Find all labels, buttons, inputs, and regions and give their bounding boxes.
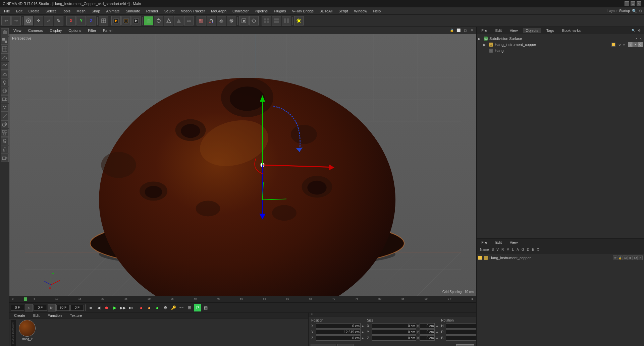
viewport-view-menu[interactable]: View <box>11 28 24 33</box>
size-h-arrow[interactable]: ▲ <box>435 324 438 328</box>
left-scene-tool[interactable] <box>1 87 9 95</box>
attr-color-swatch[interactable] <box>478 256 482 260</box>
size-p-arrow[interactable]: ▲ <box>435 330 438 334</box>
menu-vray[interactable]: V-Ray Bridge <box>289 8 317 14</box>
poly-mode-button[interactable] <box>174 16 183 25</box>
render-button[interactable] <box>111 16 121 25</box>
render-view-button[interactable] <box>131 16 141 25</box>
hang-material-thumb-wrapper[interactable]: Hang_ir <box>19 320 36 341</box>
magnet-button[interactable] <box>207 16 216 25</box>
left-deformer-tool[interactable] <box>1 70 9 78</box>
end-frame-input[interactable] <box>56 305 70 311</box>
menu-select[interactable]: Select <box>43 8 59 14</box>
left-mograph-tool[interactable] <box>1 129 9 137</box>
fps-input[interactable] <box>70 305 84 311</box>
size-p-input[interactable] <box>420 329 435 335</box>
object-mode-button[interactable] <box>144 16 153 25</box>
attr-btn-lock[interactable]: 🔒 <box>618 255 623 260</box>
pb-prev-marker[interactable]: ◁ <box>25 304 33 311</box>
close-button[interactable]: ✕ <box>637 1 641 6</box>
live-select-button[interactable] <box>24 16 33 25</box>
start-frame-input[interactable] <box>11 305 24 311</box>
tree-item-hang-instrument[interactable]: ▶ Lo Hang_instrument_copper ⊙ ✕ T ✕ <box>478 42 643 48</box>
viewport-close-icon[interactable]: ✕ <box>469 27 475 34</box>
scale-button[interactable]: ⤢ <box>44 16 53 25</box>
pos-z-arrow[interactable]: ▲ <box>361 336 364 340</box>
pb-record-button[interactable]: ⏺ <box>103 304 110 311</box>
viewport-filter-menu[interactable]: Filter <box>85 28 99 33</box>
size-z-input[interactable] <box>372 335 416 341</box>
pb-yellow-icon[interactable]: ● <box>146 304 153 311</box>
viewport-lock-icon[interactable]: 🔒 <box>449 27 455 34</box>
position-z-input[interactable] <box>316 335 361 341</box>
menu-mograph[interactable]: MoGraph <box>208 8 229 14</box>
panel-tab-file[interactable]: File <box>479 28 490 33</box>
position-x-input[interactable] <box>316 323 361 329</box>
menu-create[interactable]: Create <box>26 8 42 14</box>
layout-config-icon[interactable]: ⚙ <box>639 9 643 13</box>
attr-btn-tag[interactable]: 🏷 <box>633 255 638 260</box>
menu-script[interactable]: Script <box>336 8 351 14</box>
viewport-panel-menu[interactable]: Panel <box>100 28 115 33</box>
left-camera-tool[interactable] <box>1 95 9 103</box>
left-particle-tool[interactable] <box>1 104 9 112</box>
left-ruler-tool[interactable] <box>1 112 9 120</box>
tree-arrow-hang-instrument[interactable]: ▶ <box>483 43 487 47</box>
left-checkerboard-tool[interactable] <box>1 37 9 45</box>
left-hair-tool[interactable] <box>1 146 9 154</box>
snap-settings-button[interactable] <box>249 16 259 25</box>
tag-icon-2[interactable]: ✕ <box>633 42 638 47</box>
hi-dot-2[interactable]: ✕ <box>622 43 626 47</box>
display-3-button[interactable] <box>282 16 291 25</box>
attr-tab-file[interactable]: File <box>479 240 490 245</box>
panel-tab-view[interactable]: View <box>507 28 521 33</box>
pb-play-button[interactable]: ▶ <box>111 304 118 311</box>
weight-tool-button[interactable]: W <box>227 16 236 25</box>
pb-settings-icon[interactable]: ⚙ <box>162 304 169 311</box>
hang-material-thumbnail[interactable] <box>19 320 36 337</box>
panel-tab-objects[interactable]: Objects <box>523 28 541 33</box>
pb-mode-icon[interactable]: ▤ <box>202 304 209 311</box>
texture-button[interactable] <box>197 16 206 25</box>
left-light-tool[interactable] <box>1 78 9 86</box>
tree-item-subdivision[interactable]: ▶ SG Subdivision Surface ✓ ✕ <box>478 36 643 42</box>
attr-btn-check[interactable]: ☑ <box>623 255 628 260</box>
menu-motion-tracker[interactable]: Motion Tracker <box>178 8 208 14</box>
left-grid-tool[interactable] <box>1 45 9 53</box>
rotate-button[interactable]: ↻ <box>54 16 63 25</box>
viewport-render-icon[interactable]: ◻ <box>462 27 468 34</box>
menu-sculpt[interactable]: Sculpt <box>162 8 177 14</box>
maximize-button[interactable]: □ <box>631 1 635 6</box>
viewport-cameras-menu[interactable]: Cameras <box>25 28 46 33</box>
sculpt-tool-button[interactable] <box>217 16 226 25</box>
coord-system-select[interactable]: Object (Rel) World <box>311 344 336 346</box>
size-h-input[interactable] <box>420 323 435 329</box>
menu-simulate[interactable]: Simulate <box>123 8 143 14</box>
menu-render[interactable]: Render <box>144 8 161 14</box>
display-1-button[interactable] <box>262 16 271 25</box>
z-axis-button[interactable]: Z <box>87 16 96 25</box>
tl-right-arrow[interactable]: ▶ <box>472 297 474 300</box>
pb-play-forward-button[interactable]: ▶▶ <box>119 304 126 311</box>
subdivision-toggle-x[interactable]: ✕ <box>639 37 643 41</box>
point-mode-button[interactable] <box>154 16 163 25</box>
display-2-button[interactable] <box>272 16 281 25</box>
uvw-mode-button[interactable]: UV <box>184 16 194 25</box>
menu-pipeline[interactable]: Pipeline <box>252 8 270 14</box>
left-nurbs-tool[interactable] <box>1 62 9 70</box>
pb-to-end-button[interactable]: ⏭ <box>127 304 135 311</box>
pos-y-arrow[interactable]: ▲ <box>361 330 364 334</box>
pos-x-arrow[interactable]: ▲ <box>361 324 364 328</box>
materials-tab-texture[interactable]: Texture <box>67 313 85 318</box>
hi-dot-1[interactable]: ⊙ <box>618 43 622 47</box>
tag-icon-3[interactable]: ⬡ <box>638 42 643 47</box>
pb-key-icon[interactable]: 🔑 <box>170 304 177 311</box>
menu-window[interactable]: Window <box>351 8 370 14</box>
snap-enable-button[interactable] <box>239 16 249 25</box>
menu-plugins[interactable]: Plugins <box>271 8 288 14</box>
pb-timeline-icon[interactable]: P <box>194 304 201 311</box>
pb-grid-icon[interactable]: ⊞ <box>186 304 193 311</box>
materials-tab-create[interactable]: Create <box>11 313 28 318</box>
materials-tab-edit[interactable]: Edit <box>31 313 42 318</box>
attr-btn-eye[interactable]: 👁 <box>613 255 618 260</box>
